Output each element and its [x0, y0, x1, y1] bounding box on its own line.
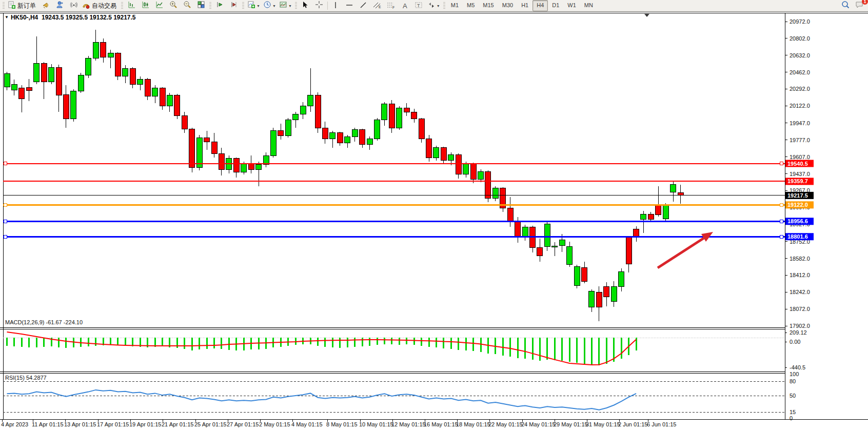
chart-window[interactable]: 20972.020802.020632.020462.020292.020122… — [0, 12, 868, 430]
candle-down — [130, 68, 135, 84]
chart-canvas[interactable]: 20972.020802.020632.020462.020292.020122… — [0, 12, 868, 430]
candle-up — [167, 95, 172, 106]
sounds-button[interactable] — [39, 0, 53, 11]
crosshair-button[interactable] — [312, 0, 326, 11]
community-button[interactable] — [53, 0, 67, 11]
price-tick-label: 20292.0 — [790, 86, 810, 92]
timeframe-m1[interactable]: M1 — [447, 0, 463, 11]
candle-up — [670, 185, 676, 192]
line-handle — [780, 235, 783, 238]
time-axis-label: 24 May 01:15 — [521, 421, 556, 427]
trendline-icon — [359, 1, 367, 10]
rsi-panel[interactable]: 1008050150 — [3, 371, 799, 421]
candle-up — [663, 205, 668, 219]
rsi-level-label: 15 — [790, 409, 796, 415]
candle-down — [582, 267, 587, 281]
time-axis-label: 6 Jun 01:15 — [647, 421, 677, 427]
vertical-line-button[interactable] — [329, 0, 343, 11]
price-tick-label: 18582.0 — [790, 256, 810, 262]
timeframe-w1[interactable]: W1 — [563, 0, 580, 11]
timeframe-d1[interactable]: D1 — [548, 0, 563, 11]
timeframe-h4[interactable]: H4 — [532, 0, 548, 11]
macd-panel[interactable]: 209.120.00-440.5 — [3, 329, 807, 370]
candle-down — [174, 95, 180, 116]
add-indicator-icon — [247, 1, 255, 11]
equidistant-channel-button[interactable]: E — [370, 0, 384, 11]
timeframe-m15[interactable]: M15 — [479, 0, 498, 11]
arrow-shaft — [658, 238, 704, 268]
zoom-out-icon — [183, 1, 191, 11]
candle-up — [256, 165, 262, 170]
price-lines[interactable] — [3, 162, 785, 239]
fibonacci-button[interactable]: F — [384, 0, 398, 11]
new-order-button[interactable]: 新订单 — [6, 0, 39, 11]
candle-up — [86, 58, 91, 75]
line-handle — [4, 235, 7, 238]
price-axis[interactable]: 20972.020802.020632.020462.020292.020122… — [785, 18, 810, 329]
cursor-button[interactable] — [299, 0, 312, 11]
zoom-in-button[interactable] — [166, 0, 180, 11]
indicators-button[interactable]: ▼ — [246, 0, 262, 11]
candle-up — [152, 88, 158, 96]
autoscroll-button[interactable] — [213, 0, 227, 11]
price-label-text: 19540.5 — [787, 161, 808, 167]
price-label-text: 19359.7 — [787, 178, 808, 184]
autotrading-button[interactable]: 自动交易 — [81, 0, 120, 11]
trendline-button[interactable] — [357, 0, 370, 11]
candle-up — [552, 246, 558, 247]
new-order-icon — [8, 1, 16, 11]
label-button[interactable]: T — [412, 0, 426, 11]
chevron-down-icon: ▼ — [257, 4, 260, 8]
chart-shift-button[interactable] — [227, 0, 241, 11]
candle-up — [397, 108, 402, 128]
periods-button[interactable]: ▼ — [262, 0, 278, 11]
candle-up — [463, 164, 469, 174]
chart-candles-button[interactable] — [139, 0, 152, 11]
shift-marker — [644, 14, 649, 17]
candle-down — [189, 129, 195, 167]
price-label-text: 19122.0 — [787, 202, 808, 208]
person-icon — [56, 1, 64, 11]
zoom-out-button[interactable] — [180, 0, 194, 11]
search-button[interactable] — [838, 0, 852, 11]
timeframe-m5[interactable]: M5 — [463, 0, 479, 11]
notifications-button[interactable]: 1 — [852, 0, 866, 11]
tile-windows-button[interactable] — [194, 0, 208, 11]
signal-button[interactable] — [67, 0, 81, 11]
ohlc-close: 19217.5 — [113, 14, 135, 21]
candle-down — [322, 128, 328, 139]
chart-shift-icon — [230, 1, 238, 11]
timeframe-mn[interactable]: MN — [580, 0, 597, 11]
text-button[interactable]: A — [398, 0, 412, 11]
time-axis[interactable]: 4 Apr 202311 Apr 01:1513 Apr 01:1517 Apr… — [1, 419, 677, 427]
crosshair-icon — [315, 1, 323, 11]
line-handle — [4, 162, 7, 165]
candle-down — [182, 116, 187, 129]
horizontal-line-button[interactable] — [343, 0, 357, 11]
timeframe-h1[interactable]: H1 — [517, 0, 532, 11]
text-icon: A — [403, 3, 407, 9]
svg-text:E: E — [379, 5, 381, 9]
macd-axis-label: 0.00 — [790, 339, 800, 345]
price-tick-label: 18242.0 — [790, 289, 810, 295]
line-handle — [4, 220, 7, 223]
timeframe-m30[interactable]: M30 — [498, 0, 517, 11]
chart-line-button[interactable] — [152, 0, 166, 11]
macd-legend: MACD(12,26,9) -61.67 -224.10 — [5, 319, 83, 325]
time-axis-label: 29 May 01:15 — [554, 421, 588, 427]
chart-bars-button[interactable] — [125, 0, 139, 11]
rsi-line — [7, 390, 637, 410]
toolbar-grip — [443, 2, 445, 10]
candle-up — [34, 64, 40, 82]
rsi-level-label: 80 — [790, 378, 796, 384]
time-axis-label: 10 May 01:15 — [359, 421, 393, 427]
shapes-button[interactable]: ▼ — [426, 0, 442, 11]
time-axis-label: 25 Apr 01:15 — [194, 421, 226, 427]
candle-down — [211, 142, 217, 153]
templates-button[interactable]: ▼ — [278, 0, 293, 11]
candle-up — [49, 67, 54, 82]
candle-up — [611, 287, 617, 302]
time-axis-label: 4 Apr 2023 — [1, 421, 28, 427]
price-tick-label: 18072.0 — [790, 306, 810, 312]
candle-down — [115, 53, 121, 76]
